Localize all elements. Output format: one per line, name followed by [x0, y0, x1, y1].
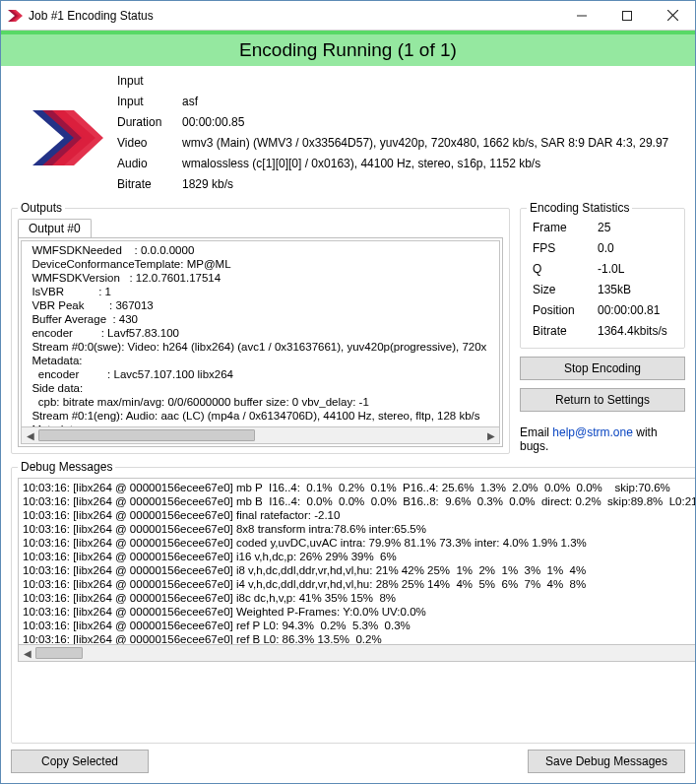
debug-group: Debug Messages 10:03:16: [libx264 @ 0000… — [11, 460, 695, 744]
value-fps: 0.0 — [598, 241, 674, 255]
value-frame: 25 — [598, 221, 674, 234]
scroll-right-icon[interactable]: ▶ — [482, 427, 499, 443]
title-bar[interactable]: Job #1 Encoding Status — [1, 1, 695, 31]
value-q: -1.0L — [598, 262, 674, 276]
label-size: Size — [533, 283, 592, 296]
scroll-left-icon[interactable]: ◀ — [19, 645, 35, 661]
app-window: Job #1 Encoding Status Encoding Running … — [0, 0, 696, 784]
label-position: Position — [533, 303, 592, 317]
stats-legend: Encoding Statistics — [527, 201, 632, 215]
app-icon — [7, 8, 23, 24]
help-email-link[interactable]: help@strm.one — [552, 425, 633, 439]
return-settings-button[interactable]: Return to Settings — [520, 388, 685, 412]
outputs-legend: Outputs — [18, 201, 65, 215]
minimize-button[interactable] — [559, 1, 604, 30]
debug-horiz-scrollbar[interactable]: ◀ ▶ — [18, 645, 695, 662]
app-logo — [25, 72, 103, 191]
close-button[interactable] — [650, 1, 695, 30]
outputs-group: Outputs Output #0 WMFSDKNeeded : 0.0.0.0… — [11, 201, 510, 454]
value-video: wmv3 (Main) (WMV3 / 0x33564D57), yuv420p… — [182, 136, 671, 150]
label-stats-bitrate: Bitrate — [533, 324, 592, 338]
stats-group: Encoding Statistics Frame 25 FPS 0.0 Q -… — [520, 201, 685, 349]
label-video: Video — [117, 136, 176, 150]
output-textarea[interactable]: WMFSDKNeeded : 0.0.0.0000 DeviceConforma… — [21, 240, 500, 427]
value-duration: 00:00:00.85 — [182, 115, 671, 129]
value-bitrate: 1829 kb/s — [182, 177, 671, 191]
save-debug-button[interactable]: Save Debug Messages — [528, 750, 685, 773]
label-frame: Frame — [533, 221, 592, 234]
debug-textarea[interactable]: 10:03:16: [libx264 @ 00000156ecee67e0] m… — [18, 478, 695, 645]
value-size: 135kB — [598, 283, 674, 296]
label-bitrate: Bitrate — [117, 177, 176, 191]
label-audio: Audio — [117, 157, 176, 170]
stop-encoding-button[interactable]: Stop Encoding — [520, 357, 685, 380]
value-position: 00:00:00.81 — [598, 303, 674, 317]
debug-legend: Debug Messages — [18, 460, 115, 474]
tab-output-0[interactable]: Output #0 — [18, 219, 92, 237]
label-input: Input — [117, 95, 176, 108]
scroll-left-icon[interactable]: ◀ — [22, 427, 38, 443]
label-q: Q — [533, 262, 592, 276]
label-duration: Duration — [117, 115, 176, 129]
label-fps: FPS — [533, 241, 592, 255]
value-stats-bitrate: 1364.4kbits/s — [598, 324, 674, 338]
copy-selected-button[interactable]: Copy Selected — [11, 750, 149, 773]
output-horiz-scrollbar[interactable]: ◀ ▶ — [21, 427, 500, 444]
svg-rect-3 — [623, 11, 632, 20]
maximize-button[interactable] — [604, 1, 650, 30]
input-section: Input Input asf Duration 00:00:00.85 Vid… — [11, 70, 685, 195]
encoding-status-headline: Encoding Running (1 of 1) — [1, 34, 695, 66]
window-title: Job #1 Encoding Status — [29, 9, 559, 23]
value-input: asf — [182, 95, 671, 108]
help-text: Email help@strm.one with bugs. — [520, 425, 685, 453]
input-header: Input — [117, 74, 671, 88]
value-audio: wmalossless (c[1][0][0] / 0x0163), 44100… — [182, 157, 671, 170]
